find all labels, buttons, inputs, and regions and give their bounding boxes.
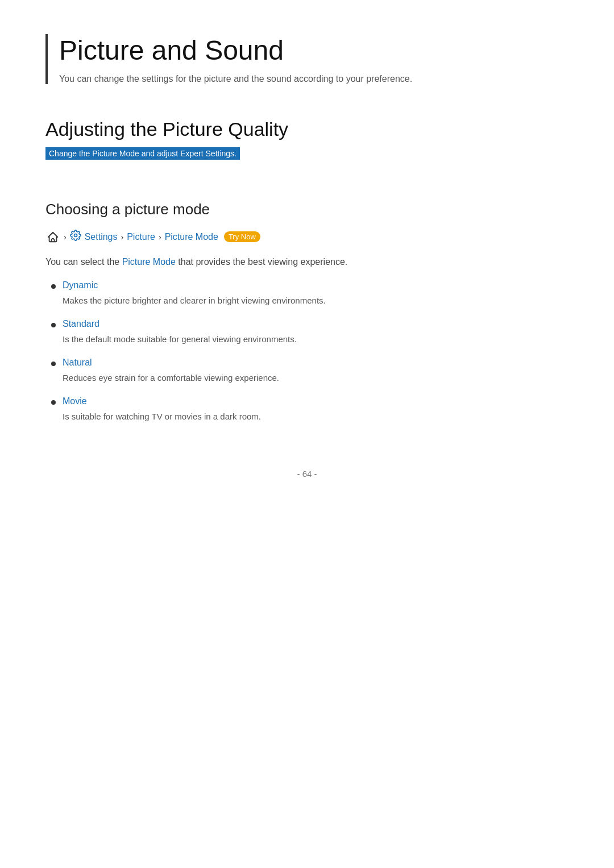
bullet-dot-dynamic (51, 284, 56, 289)
page-number: - 64 - (297, 469, 317, 479)
list-item-standard: Standard Is the default mode suitable fo… (45, 319, 569, 346)
intro-text-before: You can select the (45, 257, 122, 267)
movie-title: Movie (63, 396, 569, 406)
bullet-dot-standard (51, 323, 56, 327)
picture-modes-list: Dynamic Makes the picture brighter and c… (45, 280, 569, 423)
section1-title: Adjusting the Picture Quality (45, 118, 569, 140)
section1-header: Adjusting the Picture Quality (45, 118, 569, 140)
picture-mode-inline-link[interactable]: Picture Mode (122, 257, 176, 267)
page-title-section: Picture and Sound You can change the set… (45, 34, 569, 84)
standard-title: Standard (63, 319, 569, 329)
list-item-natural: Natural Reduces eye strain for a comfort… (45, 358, 569, 385)
separator-3: › (159, 232, 161, 242)
dynamic-title: Dynamic (63, 280, 569, 290)
list-item-standard-content: Standard Is the default mode suitable fo… (63, 319, 569, 346)
list-item-dynamic: Dynamic Makes the picture brighter and c… (45, 280, 569, 308)
breadcrumb-picture[interactable]: Picture (127, 232, 155, 242)
section2-intro: You can select the Picture Mode that pro… (45, 255, 569, 269)
list-item-movie-content: Movie Is suitable for watching TV or mov… (63, 396, 569, 423)
section1-highlight-text: Change the Picture Mode and adjust Exper… (45, 147, 240, 160)
breadcrumb-settings[interactable]: Settings (85, 232, 118, 242)
bullet-dot-movie (51, 400, 56, 405)
list-item-standard-bullet: Standard Is the default mode suitable fo… (51, 319, 569, 346)
home-icon (45, 230, 60, 244)
try-now-badge[interactable]: Try Now (224, 231, 260, 242)
section2-container: Choosing a picture mode › Settings › Pic… (45, 201, 569, 424)
list-item-natural-bullet: Natural Reduces eye strain for a comfort… (51, 358, 569, 385)
separator-1: › (64, 232, 67, 242)
intro-text-after: that provides the best viewing experienc… (176, 257, 347, 267)
gear-icon (70, 230, 81, 244)
list-item-movie-bullet: Movie Is suitable for watching TV or mov… (51, 396, 569, 423)
page-subtitle: You can change the settings for the pict… (59, 74, 569, 84)
section2-title: Choosing a picture mode (45, 201, 569, 218)
movie-desc: Is suitable for watching TV or movies in… (63, 410, 569, 423)
list-item-movie: Movie Is suitable for watching TV or mov… (45, 396, 569, 423)
bullet-dot-natural (51, 362, 56, 366)
page-title: Picture and Sound (59, 34, 569, 67)
dynamic-desc: Makes the picture brighter and clearer i… (63, 294, 569, 308)
list-item-dynamic-bullet: Dynamic Makes the picture brighter and c… (51, 280, 569, 308)
list-item-dynamic-content: Dynamic Makes the picture brighter and c… (63, 280, 569, 308)
natural-title: Natural (63, 358, 569, 368)
standard-desc: Is the default mode suitable for general… (63, 333, 569, 346)
page-footer: - 64 - (45, 469, 569, 479)
breadcrumb: › Settings › Picture › Picture Mode Try … (45, 230, 569, 244)
list-item-natural-content: Natural Reduces eye strain for a comfort… (63, 358, 569, 385)
separator-2: › (121, 232, 123, 242)
section1-highlight-bar: Change the Picture Mode and adjust Exper… (45, 147, 569, 173)
breadcrumb-picture-mode[interactable]: Picture Mode (165, 232, 218, 242)
natural-desc: Reduces eye strain for a comfortable vie… (63, 371, 569, 385)
